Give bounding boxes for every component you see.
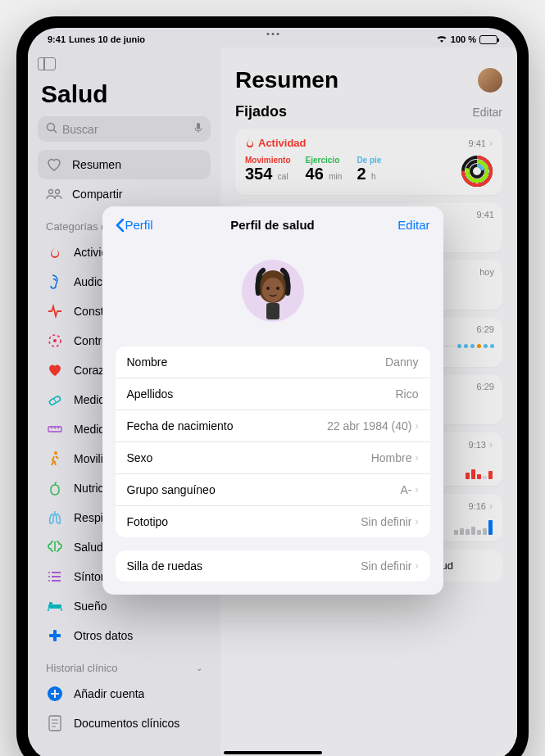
profile-row: Nombre Danny (116, 346, 430, 378)
profile-row: Apellidos Rico (116, 378, 430, 410)
health-profile-modal: Perfil Perfil de salud Editar (102, 206, 443, 595)
home-indicator[interactable] (224, 751, 322, 754)
svg-point-40 (276, 287, 279, 290)
profile-row[interactable]: Fototipo Sin definir › (116, 506, 430, 537)
wheelchair-list: Silla de ruedas Sin definir › (116, 550, 430, 582)
modal-edit-button[interactable]: Editar (397, 218, 429, 232)
modal-avatar[interactable] (242, 260, 304, 322)
profile-details-list: Nombre Danny Apellidos Rico Fecha de nac… (116, 346, 430, 537)
chevron-right-icon: › (416, 560, 419, 572)
ipad-frame: 9:41 Lunes 10 de junio 100 % Salud (16, 16, 529, 756)
modal-title: Perfil de salud (230, 218, 315, 232)
profile-row[interactable]: Sexo Hombre › (116, 442, 430, 474)
screen: 9:41 Lunes 10 de junio 100 % Salud (28, 28, 517, 756)
wheelchair-row[interactable]: Silla de ruedas Sin definir › (116, 550, 430, 582)
chevron-right-icon: › (416, 420, 419, 432)
svg-point-39 (266, 287, 270, 290)
back-button[interactable]: Perfil (116, 218, 153, 232)
profile-row[interactable]: Grupo sanguíneo A- › (116, 474, 430, 506)
svg-point-38 (262, 278, 284, 302)
svg-rect-41 (266, 303, 279, 319)
chevron-right-icon: › (416, 516, 419, 527)
chevron-right-icon: › (416, 452, 419, 464)
chevron-right-icon: › (416, 484, 419, 496)
profile-row[interactable]: Fecha de nacimiento 22 abr 1984 (40) › (116, 410, 430, 442)
modal-overlay[interactable]: Perfil Perfil de salud Editar (28, 28, 517, 756)
